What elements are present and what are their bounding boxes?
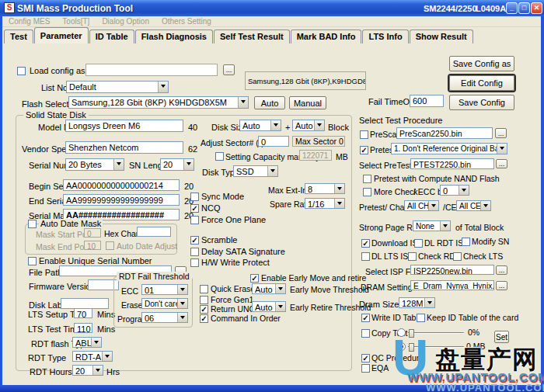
tab-self-test-result[interactable]: Self Test Result <box>214 29 290 43</box>
check-rdt-checkbox[interactable] <box>408 252 417 261</box>
tab-flash-diagnosis[interactable]: Flash Diagnosis <box>135 29 213 43</box>
sync-mode-checkbox[interactable] <box>190 193 199 201</box>
menu-config-mes[interactable]: Config MES <box>9 17 50 26</box>
more-check-checkbox[interactable] <box>363 188 371 196</box>
slider-thumb[interactable] <box>409 343 414 352</box>
pretest-file-field[interactable]: PTEST2250.bin <box>410 158 494 169</box>
download-isp-checkbox[interactable] <box>361 239 370 248</box>
return-unc-checkbox[interactable] <box>200 305 208 314</box>
check-lts-checkbox[interactable] <box>453 252 462 261</box>
model-name-field[interactable]: Longsys Dreen M6 <box>65 120 183 132</box>
chevron-down-icon[interactable] <box>428 201 438 210</box>
chevron-down-icon[interactable] <box>424 298 434 307</box>
rdt-hours-select[interactable]: 20 <box>72 365 103 376</box>
early-retire-threshold-select[interactable]: Auto <box>252 301 286 312</box>
isp-file-field[interactable]: ISP2250new.bin <box>410 265 494 275</box>
chevron-down-icon[interactable] <box>158 82 168 92</box>
chevron-down-icon[interactable] <box>275 302 285 311</box>
lts-setup-time-field[interactable]: 70 <box>74 308 92 318</box>
scramble-checkbox[interactable] <box>190 236 199 245</box>
browse-dram-button[interactable]: ... <box>496 281 507 290</box>
sn-length-select[interactable]: 20 <box>160 158 194 171</box>
write-id-table-checkbox[interactable] <box>361 314 370 322</box>
chevron-down-icon[interactable] <box>183 159 194 170</box>
prescan-file-field[interactable]: PreScan2250.bin <box>396 127 493 139</box>
capacity-manual-checkbox[interactable] <box>215 152 224 161</box>
chevron-down-icon[interactable] <box>92 366 103 375</box>
dram-size-select[interactable]: 128M <box>399 297 435 308</box>
chevron-down-icon[interactable] <box>102 352 112 361</box>
keep-id-table-checkbox[interactable] <box>417 314 425 322</box>
chevron-down-icon[interactable] <box>334 184 344 193</box>
prescan-checkbox[interactable] <box>360 130 368 139</box>
dl-lts-isp-checkbox[interactable] <box>361 252 370 261</box>
max-ext-select[interactable]: 8 <box>305 183 345 194</box>
eqa-checkbox[interactable] <box>361 364 370 373</box>
chevron-down-icon[interactable] <box>480 201 490 210</box>
menu-others-setting[interactable]: Others Setting <box>162 17 211 26</box>
minimize-icon[interactable]: _ <box>506 2 518 14</box>
ecc-select[interactable]: 01 <box>141 284 188 295</box>
lts-test-time-field[interactable]: 110 <box>74 323 92 333</box>
menu-tools[interactable]: Tools[T] <box>62 17 89 26</box>
dram-setting-file-field[interactable]: E_Dram_Nynya_Hynix.bin <box>410 280 494 290</box>
vendor-specific-field[interactable]: Shenzhen Netcom <box>65 141 183 154</box>
edit-config-button[interactable]: Edit Config <box>449 75 514 91</box>
tab-mark-bad-info[interactable]: Mark BAD Info <box>291 29 362 43</box>
hw-write-protect-checkbox[interactable] <box>190 258 199 267</box>
browse-prescan-button[interactable]: ... <box>495 128 507 138</box>
copy-percent-slider[interactable] <box>408 332 464 334</box>
adjust-sector-field[interactable]: 0 <box>258 136 289 147</box>
rdt-flash-type-select[interactable]: ABL <box>72 337 102 348</box>
compute-nand-checkbox[interactable] <box>363 175 371 183</box>
disk-size-select[interactable]: Auto <box>239 120 281 131</box>
auto-date-mask-checkbox[interactable] <box>28 220 37 228</box>
serial-number-select[interactable]: 20 Bytes <box>65 158 124 171</box>
copy-mb-radio[interactable] <box>397 342 406 351</box>
ncq-checkbox[interactable] <box>190 204 199 213</box>
tab-lts-info[interactable]: LTS Info <box>362 29 408 43</box>
begin-serial-field[interactable]: AA000000000000000214 <box>63 179 180 191</box>
rdt-type-select[interactable]: RDT-A <box>72 351 113 362</box>
pretest-mode-select[interactable]: 1. Don't Reference Original Bad <box>391 143 507 154</box>
copy-test-checkbox[interactable] <box>361 329 370 338</box>
tab-show-result[interactable]: Show Result <box>410 29 473 43</box>
pretest-checkbox[interactable] <box>360 146 368 154</box>
chevron-down-icon[interactable] <box>275 284 285 293</box>
qc-procedure-checkbox[interactable] <box>361 354 370 363</box>
chevron-down-icon[interactable] <box>91 338 101 347</box>
save-config-button[interactable]: Save Config <box>449 95 514 110</box>
chevron-down-icon[interactable] <box>267 166 277 176</box>
chevron-down-icon[interactable] <box>238 97 248 108</box>
copy-percent-radio[interactable] <box>397 328 406 337</box>
menu-dialog-option[interactable]: Dialog Option <box>102 17 149 26</box>
dl-rdt-isp-checkbox[interactable] <box>414 239 423 248</box>
browse-pretest-button[interactable]: ... <box>496 159 507 168</box>
browse-config-button[interactable]: ... <box>223 64 235 75</box>
modify-sn-checkbox[interactable] <box>462 238 470 246</box>
chevron-down-icon[interactable] <box>314 120 324 130</box>
auto-button[interactable]: Auto <box>254 96 285 109</box>
load-config-field[interactable] <box>85 64 218 76</box>
early-move-threshold-select[interactable]: Auto <box>252 283 286 294</box>
early-move-checkbox[interactable] <box>250 274 259 283</box>
disk-type-select[interactable]: SSD <box>233 165 278 177</box>
spare-ratio-select[interactable]: 1/16 <box>305 198 345 209</box>
chevron-down-icon[interactable] <box>334 199 344 208</box>
chevron-down-icon[interactable] <box>177 313 187 322</box>
copy-mb-slider[interactable] <box>408 346 464 348</box>
manual-button[interactable]: Manual <box>289 96 326 109</box>
tab-parameter[interactable]: Parameter <box>34 27 89 43</box>
chevron-down-icon[interactable] <box>177 299 187 308</box>
erase-select[interactable]: Don't care <box>141 298 188 309</box>
chevron-down-icon[interactable] <box>440 221 450 231</box>
set-button[interactable]: Set <box>494 331 509 343</box>
strong-page-ratio-select[interactable]: None <box>413 220 451 231</box>
chevron-down-icon[interactable] <box>459 186 469 195</box>
unique-serial-checkbox[interactable] <box>28 257 37 265</box>
disk-size-block-select[interactable]: Auto <box>292 120 325 131</box>
chevron-down-icon[interactable] <box>270 120 281 130</box>
tab-id-table[interactable]: ID Table <box>89 29 134 43</box>
delay-sata-checkbox[interactable] <box>190 248 199 256</box>
tab-test[interactable]: Test <box>4 29 33 43</box>
